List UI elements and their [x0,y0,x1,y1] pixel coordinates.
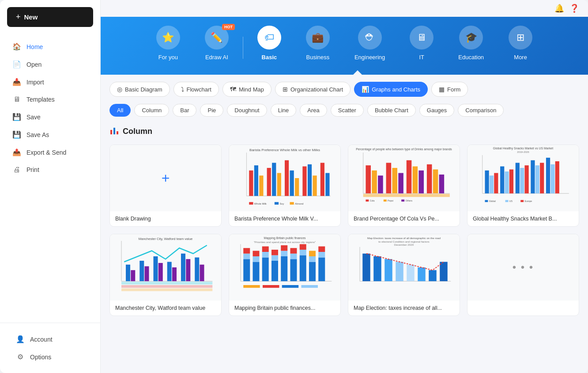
hero-nav-education[interactable]: 🎓 Education [446,26,496,69]
more-label: More [514,54,527,61]
form-icon: ▦ [439,86,445,93]
svg-text:Global: Global [489,200,496,202]
sub-filter-comparison[interactable]: Comparison [458,104,504,117]
svg-rect-106 [271,250,278,255]
sidebar-item-save-as[interactable]: 💾 Save As [4,126,97,143]
tab-mind-map-label: Mind Map [239,86,264,93]
svg-rect-2 [117,131,118,134]
tab-form[interactable]: ▦ Form [431,82,468,97]
sidebar-item-home[interactable]: 🏠 Home [4,38,97,55]
svg-rect-64 [546,158,550,194]
tab-flowchart[interactable]: ⤵ Flowchart [173,82,219,97]
new-button[interactable]: + New [7,7,93,27]
svg-rect-9 [267,168,271,196]
card-blank[interactable]: + Blank Drawing [109,145,222,227]
sidebar-item-templates-label: Templates [26,96,55,103]
card-barista[interactable]: Barista Preference Whole Milk vs other M… [229,145,341,227]
topbar: 🔔 ❓ [101,0,588,17]
svg-rect-85 [186,259,190,281]
snacks-chart-svg: Global Healthy Snacks Market vs US Marke… [467,145,579,211]
sub-filter-scatter[interactable]: Scatter [331,104,364,117]
sub-filter-bubble[interactable]: Bubble Chart [367,104,416,117]
sidebar-item-import[interactable]: 📥 Import [4,73,97,91]
hero-nav-more[interactable]: ⊞ More [496,26,545,69]
sub-filter-pie[interactable]: Pie [200,104,223,117]
basic-circle: 🏷 [257,26,281,49]
filter-tabs: ◎ Basic Diagram ⤵ Flowchart 🗺 Mind Map ⊞… [109,82,579,97]
svg-rect-62 [535,165,539,193]
hero-nav-edraw-ai[interactable]: ✏️ HOT Edraw AI [192,26,241,69]
card-manchester-title: Manchester City, Watford team value [110,301,221,316]
tab-org-chart[interactable]: ⊞ Organizational Chart [275,82,351,97]
sub-filter-column[interactable]: Column [134,104,169,117]
tab-graphs-charts[interactable]: 📊 Graphs and Charts [354,82,428,97]
svg-rect-32 [386,163,392,193]
svg-rect-65 [550,164,554,194]
hero-nav-business[interactable]: 💼 Business [294,26,342,69]
card-snacks[interactable]: Global Healthy Snacks Market vs US Marke… [467,145,579,227]
svg-text:to electoral Condition and reg: to electoral Condition and regional fact… [378,240,429,243]
for-you-label: For you [158,54,178,61]
sidebar-item-account[interactable]: 👤 Account [7,331,93,348]
card-election-preview: Map Election: taxes increase of all demo… [348,234,460,301]
svg-rect-98 [253,262,260,282]
svg-rect-40 [439,175,445,194]
banner-arrow [109,70,579,75]
sub-filter-doughnut[interactable]: Doughnut [227,104,267,117]
tab-mind-map[interactable]: 🗺 Mind Map [222,82,271,97]
sidebar-item-export[interactable]: 📤 Export & Send [4,144,97,161]
svg-rect-60 [524,165,528,193]
sub-filter-area[interactable]: Area [300,104,327,117]
svg-rect-38 [427,164,432,194]
help-icon[interactable]: ❓ [569,4,579,13]
hero-nav-basic[interactable]: 🏷 Basic [245,26,294,69]
card-cola[interactable]: Percentage of people who between type of… [348,145,460,227]
sidebar-item-options[interactable]: ⚙ Options [7,348,93,365]
svg-rect-134 [396,262,403,282]
svg-rect-89 [121,285,212,288]
svg-rect-99 [253,256,260,262]
tab-basic-diagram[interactable]: ◎ Basic Diagram [109,82,170,97]
sidebar-item-print[interactable]: 🖨 Print [4,161,97,178]
notification-bell-icon[interactable]: 🔔 [554,4,564,13]
svg-rect-121 [318,247,325,252]
card-election[interactable]: Map Election: taxes increase of all demo… [348,234,460,316]
svg-text:Barista Preference Whole Milk : Barista Preference Whole Milk vs other M… [249,148,320,152]
hero-nav-engineering[interactable]: ⛑ Engineering [342,26,397,69]
sub-filter-line[interactable]: Line [271,104,297,117]
svg-rect-53 [490,175,494,193]
svg-rect-80 [154,256,158,281]
svg-rect-114 [300,250,306,255]
sidebar-item-open[interactable]: 📄 Open [4,56,97,73]
sidebar-item-templates[interactable]: 🖥 Templates [4,91,97,108]
svg-rect-86 [195,258,199,282]
svg-rect-125 [302,285,318,288]
svg-rect-36 [413,166,418,193]
card-more[interactable]: • • • [467,234,579,316]
svg-rect-123 [263,285,279,288]
svg-rect-78 [139,261,144,281]
card-mapping[interactable]: Mapping Britain public finances "Priorit… [229,234,341,316]
sub-filter-gauges[interactable]: Gauges [419,104,455,117]
svg-rect-107 [281,256,287,281]
card-blank-preview: + [110,145,221,211]
svg-rect-76 [126,265,130,282]
templates-icon: 🖥 [12,95,21,103]
sub-filter-bar[interactable]: Bar [173,104,196,117]
svg-rect-104 [271,261,278,281]
sidebar-item-save[interactable]: 💾 Save [4,108,97,126]
card-barista-title: Barista Preference Whole Milk V... [229,211,340,226]
hot-badge: HOT [222,24,235,30]
svg-text:Percentage of people who betwe: Percentage of people who between type of… [356,148,452,151]
card-mapping-title: Mapping Britain public finances... [229,301,340,316]
sub-filter-all[interactable]: All [109,104,131,117]
card-manchester-preview: Manchester City, Watford team value [110,234,221,301]
svg-rect-116 [309,262,316,282]
svg-rect-17 [313,175,317,196]
card-manchester[interactable]: Manchester City, Watford team value [109,234,222,316]
sidebar-nav: 🏠 Home 📄 Open 📥 Import 🖥 Templates 💾 Sav… [0,34,100,323]
hero-nav-it[interactable]: 🖥 IT [397,26,446,69]
svg-text:US: US [509,200,513,202]
hero-nav-for-you[interactable]: ⭐ For you [144,26,192,69]
content-area: ◎ Basic Diagram ⤵ Flowchart 🗺 Mind Map ⊞… [101,75,588,373]
